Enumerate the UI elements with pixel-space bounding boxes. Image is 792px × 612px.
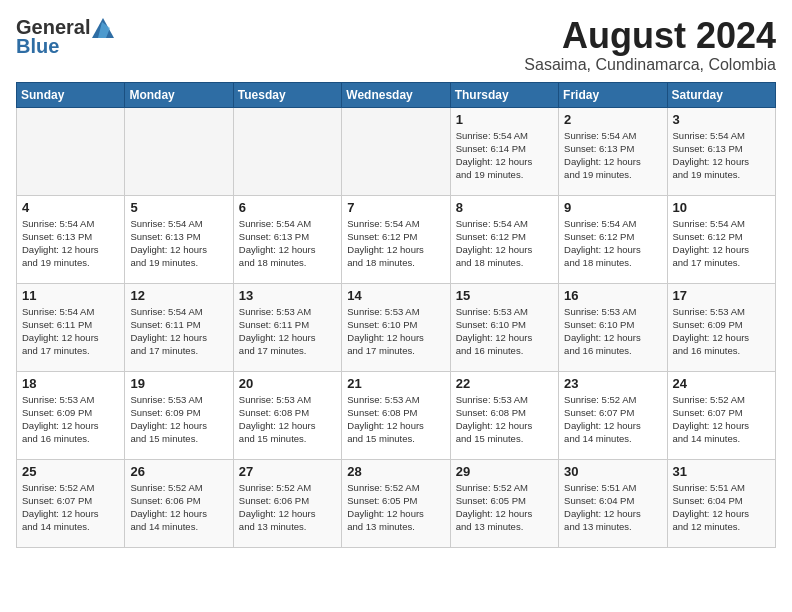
day-info: Sunrise: 5:52 AM Sunset: 6:05 PM Dayligh… bbox=[347, 481, 444, 534]
day-number: 22 bbox=[456, 376, 553, 391]
calendar-week-row: 1Sunrise: 5:54 AM Sunset: 6:14 PM Daylig… bbox=[17, 107, 776, 195]
day-info: Sunrise: 5:54 AM Sunset: 6:13 PM Dayligh… bbox=[673, 129, 770, 182]
day-info: Sunrise: 5:53 AM Sunset: 6:08 PM Dayligh… bbox=[347, 393, 444, 446]
day-number: 14 bbox=[347, 288, 444, 303]
calendar-cell: 26Sunrise: 5:52 AM Sunset: 6:06 PM Dayli… bbox=[125, 459, 233, 547]
day-number: 18 bbox=[22, 376, 119, 391]
weekday-header: Sunday bbox=[17, 82, 125, 107]
calendar-subtitle: Sasaima, Cundinamarca, Colombia bbox=[524, 56, 776, 74]
day-number: 9 bbox=[564, 200, 661, 215]
day-info: Sunrise: 5:51 AM Sunset: 6:04 PM Dayligh… bbox=[673, 481, 770, 534]
day-info: Sunrise: 5:52 AM Sunset: 6:05 PM Dayligh… bbox=[456, 481, 553, 534]
day-info: Sunrise: 5:52 AM Sunset: 6:07 PM Dayligh… bbox=[564, 393, 661, 446]
calendar-cell: 10Sunrise: 5:54 AM Sunset: 6:12 PM Dayli… bbox=[667, 195, 775, 283]
day-number: 10 bbox=[673, 200, 770, 215]
day-info: Sunrise: 5:54 AM Sunset: 6:13 PM Dayligh… bbox=[564, 129, 661, 182]
weekday-header: Wednesday bbox=[342, 82, 450, 107]
day-info: Sunrise: 5:53 AM Sunset: 6:11 PM Dayligh… bbox=[239, 305, 336, 358]
day-info: Sunrise: 5:52 AM Sunset: 6:07 PM Dayligh… bbox=[22, 481, 119, 534]
day-number: 19 bbox=[130, 376, 227, 391]
calendar-header: SundayMondayTuesdayWednesdayThursdayFrid… bbox=[17, 82, 776, 107]
calendar-cell: 22Sunrise: 5:53 AM Sunset: 6:08 PM Dayli… bbox=[450, 371, 558, 459]
day-info: Sunrise: 5:54 AM Sunset: 6:13 PM Dayligh… bbox=[130, 217, 227, 270]
day-info: Sunrise: 5:53 AM Sunset: 6:08 PM Dayligh… bbox=[456, 393, 553, 446]
day-info: Sunrise: 5:54 AM Sunset: 6:11 PM Dayligh… bbox=[22, 305, 119, 358]
calendar-week-row: 25Sunrise: 5:52 AM Sunset: 6:07 PM Dayli… bbox=[17, 459, 776, 547]
day-info: Sunrise: 5:54 AM Sunset: 6:11 PM Dayligh… bbox=[130, 305, 227, 358]
day-info: Sunrise: 5:52 AM Sunset: 6:07 PM Dayligh… bbox=[673, 393, 770, 446]
day-number: 16 bbox=[564, 288, 661, 303]
day-info: Sunrise: 5:53 AM Sunset: 6:10 PM Dayligh… bbox=[456, 305, 553, 358]
calendar-title: August 2024 bbox=[524, 16, 776, 56]
day-info: Sunrise: 5:54 AM Sunset: 6:12 PM Dayligh… bbox=[564, 217, 661, 270]
day-info: Sunrise: 5:54 AM Sunset: 6:13 PM Dayligh… bbox=[239, 217, 336, 270]
calendar-cell: 23Sunrise: 5:52 AM Sunset: 6:07 PM Dayli… bbox=[559, 371, 667, 459]
day-number: 28 bbox=[347, 464, 444, 479]
calendar-cell: 31Sunrise: 5:51 AM Sunset: 6:04 PM Dayli… bbox=[667, 459, 775, 547]
page-header: General Blue August 2024 Sasaima, Cundin… bbox=[16, 16, 776, 74]
day-number: 2 bbox=[564, 112, 661, 127]
calendar-cell: 12Sunrise: 5:54 AM Sunset: 6:11 PM Dayli… bbox=[125, 283, 233, 371]
day-number: 26 bbox=[130, 464, 227, 479]
calendar-cell: 1Sunrise: 5:54 AM Sunset: 6:14 PM Daylig… bbox=[450, 107, 558, 195]
calendar-cell: 25Sunrise: 5:52 AM Sunset: 6:07 PM Dayli… bbox=[17, 459, 125, 547]
calendar-cell bbox=[125, 107, 233, 195]
day-info: Sunrise: 5:53 AM Sunset: 6:09 PM Dayligh… bbox=[673, 305, 770, 358]
day-info: Sunrise: 5:52 AM Sunset: 6:06 PM Dayligh… bbox=[130, 481, 227, 534]
weekday-header: Saturday bbox=[667, 82, 775, 107]
day-number: 4 bbox=[22, 200, 119, 215]
calendar-cell: 11Sunrise: 5:54 AM Sunset: 6:11 PM Dayli… bbox=[17, 283, 125, 371]
day-info: Sunrise: 5:53 AM Sunset: 6:08 PM Dayligh… bbox=[239, 393, 336, 446]
day-info: Sunrise: 5:53 AM Sunset: 6:10 PM Dayligh… bbox=[564, 305, 661, 358]
calendar-cell: 2Sunrise: 5:54 AM Sunset: 6:13 PM Daylig… bbox=[559, 107, 667, 195]
day-info: Sunrise: 5:54 AM Sunset: 6:12 PM Dayligh… bbox=[456, 217, 553, 270]
calendar-cell: 18Sunrise: 5:53 AM Sunset: 6:09 PM Dayli… bbox=[17, 371, 125, 459]
calendar-cell: 24Sunrise: 5:52 AM Sunset: 6:07 PM Dayli… bbox=[667, 371, 775, 459]
day-number: 3 bbox=[673, 112, 770, 127]
day-info: Sunrise: 5:54 AM Sunset: 6:14 PM Dayligh… bbox=[456, 129, 553, 182]
calendar-cell: 4Sunrise: 5:54 AM Sunset: 6:13 PM Daylig… bbox=[17, 195, 125, 283]
calendar-cell: 6Sunrise: 5:54 AM Sunset: 6:13 PM Daylig… bbox=[233, 195, 341, 283]
weekday-header: Tuesday bbox=[233, 82, 341, 107]
day-number: 8 bbox=[456, 200, 553, 215]
day-info: Sunrise: 5:53 AM Sunset: 6:09 PM Dayligh… bbox=[130, 393, 227, 446]
logo: General Blue bbox=[16, 16, 114, 58]
calendar-cell: 5Sunrise: 5:54 AM Sunset: 6:13 PM Daylig… bbox=[125, 195, 233, 283]
day-info: Sunrise: 5:54 AM Sunset: 6:12 PM Dayligh… bbox=[347, 217, 444, 270]
calendar-week-row: 18Sunrise: 5:53 AM Sunset: 6:09 PM Dayli… bbox=[17, 371, 776, 459]
calendar-body: 1Sunrise: 5:54 AM Sunset: 6:14 PM Daylig… bbox=[17, 107, 776, 547]
calendar-cell: 9Sunrise: 5:54 AM Sunset: 6:12 PM Daylig… bbox=[559, 195, 667, 283]
weekday-header: Friday bbox=[559, 82, 667, 107]
calendar-cell bbox=[342, 107, 450, 195]
calendar-cell: 8Sunrise: 5:54 AM Sunset: 6:12 PM Daylig… bbox=[450, 195, 558, 283]
calendar-cell: 21Sunrise: 5:53 AM Sunset: 6:08 PM Dayli… bbox=[342, 371, 450, 459]
day-number: 17 bbox=[673, 288, 770, 303]
day-info: Sunrise: 5:54 AM Sunset: 6:13 PM Dayligh… bbox=[22, 217, 119, 270]
weekday-header: Thursday bbox=[450, 82, 558, 107]
calendar-cell: 13Sunrise: 5:53 AM Sunset: 6:11 PM Dayli… bbox=[233, 283, 341, 371]
calendar-cell: 20Sunrise: 5:53 AM Sunset: 6:08 PM Dayli… bbox=[233, 371, 341, 459]
calendar-cell: 15Sunrise: 5:53 AM Sunset: 6:10 PM Dayli… bbox=[450, 283, 558, 371]
day-number: 5 bbox=[130, 200, 227, 215]
title-block: August 2024 Sasaima, Cundinamarca, Colom… bbox=[524, 16, 776, 74]
calendar-cell: 29Sunrise: 5:52 AM Sunset: 6:05 PM Dayli… bbox=[450, 459, 558, 547]
day-number: 30 bbox=[564, 464, 661, 479]
day-number: 1 bbox=[456, 112, 553, 127]
calendar-cell: 30Sunrise: 5:51 AM Sunset: 6:04 PM Dayli… bbox=[559, 459, 667, 547]
day-info: Sunrise: 5:53 AM Sunset: 6:09 PM Dayligh… bbox=[22, 393, 119, 446]
day-number: 15 bbox=[456, 288, 553, 303]
calendar-cell: 17Sunrise: 5:53 AM Sunset: 6:09 PM Dayli… bbox=[667, 283, 775, 371]
calendar-cell: 28Sunrise: 5:52 AM Sunset: 6:05 PM Dayli… bbox=[342, 459, 450, 547]
day-info: Sunrise: 5:53 AM Sunset: 6:10 PM Dayligh… bbox=[347, 305, 444, 358]
calendar-week-row: 11Sunrise: 5:54 AM Sunset: 6:11 PM Dayli… bbox=[17, 283, 776, 371]
day-info: Sunrise: 5:52 AM Sunset: 6:06 PM Dayligh… bbox=[239, 481, 336, 534]
day-number: 20 bbox=[239, 376, 336, 391]
day-number: 13 bbox=[239, 288, 336, 303]
calendar-cell: 19Sunrise: 5:53 AM Sunset: 6:09 PM Dayli… bbox=[125, 371, 233, 459]
calendar-cell: 14Sunrise: 5:53 AM Sunset: 6:10 PM Dayli… bbox=[342, 283, 450, 371]
day-number: 12 bbox=[130, 288, 227, 303]
day-number: 23 bbox=[564, 376, 661, 391]
weekday-header: Monday bbox=[125, 82, 233, 107]
calendar-cell bbox=[17, 107, 125, 195]
day-number: 21 bbox=[347, 376, 444, 391]
